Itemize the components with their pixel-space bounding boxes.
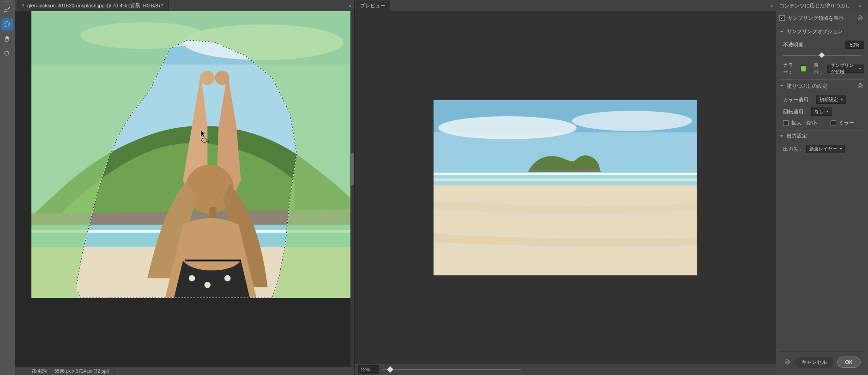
zoom-tool[interactable] bbox=[1, 48, 13, 60]
expand-icon[interactable]: » bbox=[859, 3, 862, 8]
output-to-label: 出力先： bbox=[783, 146, 803, 153]
svg-point-11 bbox=[189, 275, 195, 282]
reset-icon[interactable] bbox=[856, 82, 864, 90]
status-zoom: 70.42% bbox=[31, 369, 47, 374]
preview-zoom-slider[interactable] bbox=[382, 366, 521, 373]
section-output-settings[interactable]: 出力設定 bbox=[779, 130, 864, 141]
color-adapt-select[interactable]: 初期設定 bbox=[816, 95, 846, 104]
show-sampling-checkbox[interactable] bbox=[779, 15, 785, 21]
canvas-area[interactable]: + bbox=[15, 11, 354, 367]
panel-grip[interactable] bbox=[0, 0, 15, 3]
preview-zoom-input[interactable] bbox=[358, 365, 379, 374]
mirror-checkbox[interactable] bbox=[831, 120, 836, 126]
reset-all-icon[interactable] bbox=[783, 358, 791, 366]
document-column: × glen-jackson-301620-unsplash.jpg @ 70.… bbox=[15, 0, 355, 375]
svg-point-9 bbox=[215, 71, 229, 85]
document-tab-title: glen-jackson-301620-unsplash.jpg @ 70.4%… bbox=[27, 2, 163, 9]
mirror-label: ミラー bbox=[839, 119, 854, 126]
section-sampling-options[interactable]: サンプリングオプション bbox=[779, 26, 864, 37]
color-label: カラー： bbox=[783, 62, 797, 76]
chevron-right-icon[interactable]: 〉 bbox=[116, 368, 121, 374]
svg-rect-22 bbox=[434, 173, 697, 175]
svg-point-19 bbox=[438, 116, 577, 139]
preview-body[interactable] bbox=[355, 11, 776, 364]
display-label: 表示： bbox=[814, 62, 824, 76]
options-panel-title: コンテンツに応じた塗りつぶし » bbox=[776, 0, 868, 11]
preview-tab[interactable]: プレビュー bbox=[356, 0, 390, 11]
opacity-label: 不透明度： bbox=[783, 42, 808, 48]
svg-rect-24 bbox=[434, 185, 697, 275]
rotate-label: 回転適用： bbox=[783, 108, 808, 115]
display-select[interactable]: サンプリング領域 bbox=[827, 65, 864, 73]
preview-footer bbox=[355, 364, 776, 375]
show-sampling-label: サンプリング領域を表示 bbox=[788, 15, 844, 22]
chevron-down-icon bbox=[779, 83, 784, 88]
document-tab-bar: × glen-jackson-301620-unsplash.jpg @ 70.… bbox=[15, 0, 354, 11]
expand-icon[interactable]: » bbox=[349, 3, 351, 8]
lasso-tool[interactable] bbox=[1, 18, 13, 30]
document-tab[interactable]: × glen-jackson-301620-unsplash.jpg @ 70.… bbox=[17, 0, 169, 11]
ok-button[interactable]: OK bbox=[837, 357, 861, 368]
svg-point-20 bbox=[572, 111, 692, 131]
section-fill-settings[interactable]: 塗りつぶしの設定 bbox=[779, 79, 864, 92]
reset-icon[interactable] bbox=[856, 14, 864, 22]
expand-icon[interactable]: » bbox=[770, 3, 773, 8]
preview-panel: プレビュー » bbox=[355, 0, 776, 375]
vertical-scrollbar[interactable] bbox=[350, 11, 354, 367]
chevron-down-icon bbox=[779, 30, 784, 34]
svg-rect-23 bbox=[434, 179, 697, 181]
status-dims: 5586 px x 3724 px (72 ppi) bbox=[54, 369, 109, 374]
scale-checkbox[interactable] bbox=[783, 120, 789, 126]
svg-text:+: + bbox=[207, 139, 209, 144]
close-icon[interactable]: × bbox=[21, 2, 24, 9]
svg-point-13 bbox=[224, 275, 231, 282]
opacity-input[interactable] bbox=[845, 41, 864, 49]
preview-titlebar: プレビュー » bbox=[355, 0, 776, 11]
status-bar: 70.42% 5586 px x 3724 px (72 ppi) 〉 bbox=[15, 367, 354, 375]
brush-tool[interactable] bbox=[1, 4, 13, 16]
preview-image bbox=[434, 100, 697, 275]
sampling-color-swatch[interactable] bbox=[800, 65, 806, 72]
svg-point-8 bbox=[200, 71, 215, 85]
opacity-slider[interactable] bbox=[783, 53, 861, 58]
cancel-button[interactable]: キャンセル bbox=[795, 357, 833, 368]
scale-label: 拡大・縮小 bbox=[791, 119, 817, 126]
color-adapt-label: カラー適用： bbox=[783, 96, 814, 103]
svg-point-0 bbox=[5, 51, 9, 55]
hand-tool[interactable] bbox=[1, 33, 13, 45]
svg-point-12 bbox=[205, 282, 211, 288]
output-to-select[interactable]: 新規レイヤー bbox=[806, 145, 845, 153]
options-panel: コンテンツに応じた塗りつぶし » サンプリング領域を表示 サンプリングオプション… bbox=[776, 0, 868, 375]
chevron-down-icon bbox=[779, 134, 784, 138]
main-canvas-image: + bbox=[31, 11, 354, 298]
tool-strip bbox=[0, 0, 15, 375]
rotate-select[interactable]: なし bbox=[811, 107, 832, 116]
